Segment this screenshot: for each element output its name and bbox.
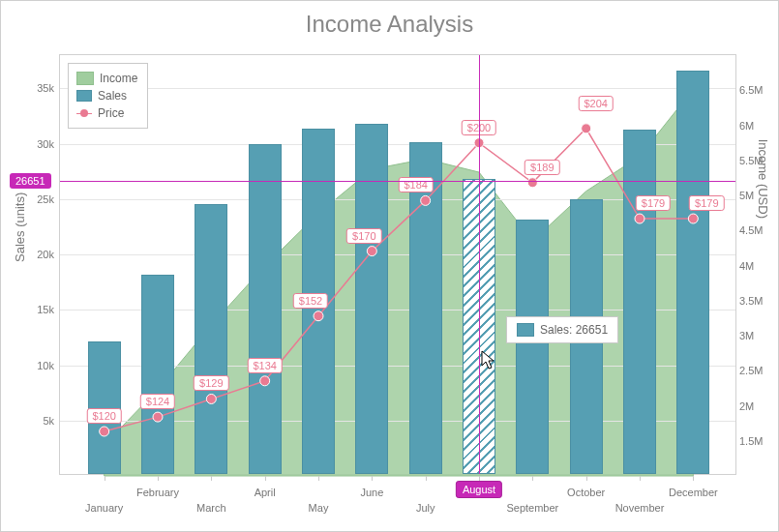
price-data-label: $204	[578, 96, 613, 111]
x-tick	[265, 476, 266, 481]
legend-item-price[interactable]: Price	[76, 104, 137, 122]
legend[interactable]: Income Sales Price	[68, 63, 148, 129]
legend-label: Income	[100, 72, 137, 85]
tooltip: Sales: 26651	[506, 316, 618, 343]
y-tick-left: 25k	[21, 193, 54, 205]
legend-item-income[interactable]: Income	[76, 70, 137, 87]
sales-bar[interactable]	[249, 144, 282, 474]
sales-bar[interactable]	[195, 204, 227, 474]
x-tick-label: July	[416, 502, 435, 514]
price-data-label: $184	[398, 177, 433, 192]
y-tick-right: 2.5M	[739, 365, 776, 376]
y-tick-right: 3.5M	[739, 295, 776, 307]
price-data-label: $134	[247, 358, 282, 373]
y-tick-right: 1.5M	[739, 435, 776, 447]
area-swatch-icon	[76, 72, 94, 85]
gridline	[60, 88, 735, 89]
price-data-label: $124	[140, 394, 175, 409]
plot-area[interactable]: 5k10k15k20k25k30k35k1.5M2M2.5M3M3.5M4M4.…	[59, 54, 736, 475]
x-tick	[105, 476, 105, 481]
x-tick	[372, 476, 373, 481]
price-data-label: $120	[86, 408, 121, 424]
y-axis-right-title: Income (USD)	[756, 139, 770, 219]
chart-title: Income Analysis	[1, 11, 778, 38]
x-tick	[532, 476, 533, 481]
y-tick-right: 5.5M	[739, 155, 776, 166]
x-tick	[158, 476, 159, 481]
y-tick-right: 6M	[739, 120, 776, 132]
price-data-label: $179	[636, 195, 671, 211]
legend-label: Sales	[98, 89, 127, 103]
y-tick-left: 30k	[21, 138, 54, 150]
bar-swatch-icon	[517, 323, 534, 337]
crosshair-vertical	[479, 55, 480, 474]
price-data-label: $170	[346, 228, 381, 244]
x-tick-label: June	[360, 487, 383, 498]
x-tick-label: April	[255, 487, 276, 498]
y-tick-right: 4.5M	[739, 224, 776, 236]
y-tick-left: 15k	[21, 304, 54, 315]
crosshair-horizontal	[60, 181, 735, 182]
line-swatch-icon	[76, 107, 92, 119]
tooltip-text: Sales: 26651	[540, 323, 608, 337]
y-tick-left: 10k	[21, 360, 54, 371]
y-tick-left: 5k	[21, 415, 54, 427]
y-tick-right: 5M	[739, 190, 776, 201]
x-tick-label: December	[669, 487, 718, 498]
x-tick-label: February	[136, 487, 179, 498]
x-tick-label: October	[567, 487, 605, 498]
x-tick-label-active: August	[456, 481, 502, 498]
x-tick	[318, 476, 319, 481]
price-data-label: $189	[524, 160, 559, 175]
x-tick	[426, 476, 427, 481]
y-tick-left: 35k	[21, 82, 54, 94]
x-tick-label: November	[615, 502, 665, 514]
chart-container: Income Analysis Sales (units) Income (US…	[0, 0, 779, 532]
price-data-label: $152	[293, 293, 328, 309]
y-tick-right: 6.5M	[739, 84, 776, 96]
x-tick	[211, 476, 212, 481]
y-tick-right: 4M	[739, 260, 776, 272]
x-tick	[586, 476, 587, 481]
price-data-label: $179	[689, 195, 724, 211]
x-tick-label: January	[85, 502, 123, 514]
price-data-label: $129	[194, 375, 228, 391]
y-tick-left: 20k	[21, 249, 54, 260]
x-tick-label: May	[309, 502, 329, 514]
sales-bar[interactable]	[676, 71, 709, 474]
bar-swatch-icon	[76, 90, 92, 102]
sales-bar[interactable]	[355, 124, 388, 474]
legend-label: Price	[98, 106, 124, 120]
legend-item-sales[interactable]: Sales	[76, 87, 137, 104]
crosshair-y-badge: 26651	[10, 173, 51, 189]
x-tick	[479, 476, 480, 481]
sales-bar[interactable]	[516, 220, 549, 474]
y-tick-right: 3M	[739, 330, 776, 341]
x-tick	[693, 476, 694, 481]
x-tick-label: September	[506, 502, 558, 514]
x-tick-label: March	[196, 502, 226, 514]
x-tick	[640, 476, 641, 481]
sales-bar[interactable]	[141, 275, 174, 474]
y-tick-right: 2M	[739, 400, 776, 412]
